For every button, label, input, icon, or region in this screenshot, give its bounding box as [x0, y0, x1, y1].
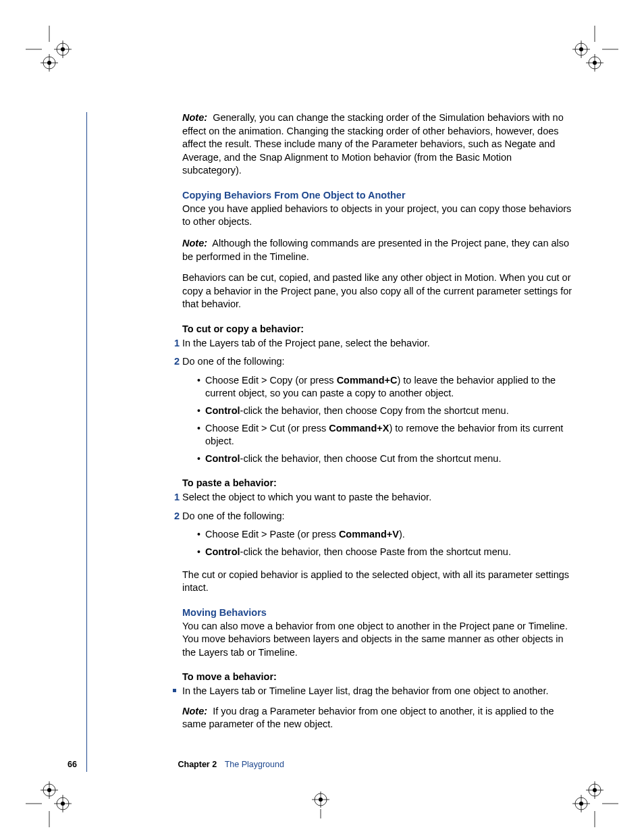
note-label-3: Note: [182, 706, 207, 716]
task1-step2: 2 Do one of the following: Choose Edit >… [182, 355, 574, 465]
task2-bullets: Choose Edit > Paste (or press Command+V)… [197, 528, 574, 558]
step-number-1b: 1 [170, 491, 180, 504]
task2-list: 1 Select the object to which you want to… [182, 491, 574, 558]
crop-mark-tl [26, 26, 73, 73]
section1-intro: Once you have applied behaviors to objec… [182, 203, 574, 229]
task1-heading: To cut or copy a behavior: [182, 323, 574, 334]
task2-bullet-1: Choose Edit > Paste (or press Command+V)… [197, 528, 574, 542]
note-label-2: Note: [182, 238, 207, 249]
section1-para2: Behaviors can be cut, copied, and pasted… [182, 271, 574, 311]
task2-bullet-2: Control-click the behavior, then choose … [197, 546, 574, 559]
task3-note-text: If you drag a Parameter behavior from on… [182, 706, 554, 730]
task2-step1: 1 Select the object to which you want to… [182, 491, 574, 504]
section2-intro: You can also move a behavior from one ob… [182, 620, 574, 660]
page-root: Note: Generally, you can change the stac… [0, 0, 644, 834]
task1-step1-text: In the Layers tab of the Project pane, s… [182, 338, 430, 348]
footer: 66 Chapter 2 The Playground [68, 760, 574, 769]
task3-step-text: In the Layers tab or Timeline Layer list… [182, 685, 548, 696]
margin-rule [86, 112, 87, 772]
task1-bullet-1: Choose Edit > Copy (or press Command+C) … [197, 374, 574, 400]
heading-copying: Copying Behaviors From One Object to Ano… [182, 190, 574, 201]
task1-bullet-4: Control-click the behavior, then choose … [197, 452, 574, 466]
page-number: 66 [68, 760, 176, 769]
task1-bullet-2: Control-click the behavior, then choose … [197, 405, 574, 418]
crop-mark-bl [26, 780, 73, 827]
heading-moving: Moving Behaviors [182, 607, 574, 618]
step-number-1: 1 [170, 337, 180, 350]
task2-step1-text: Select the object to which you want to p… [182, 492, 431, 502]
task3-note: Note: If you drag a Parameter behavior f… [182, 705, 574, 731]
task3-step: In the Layers tab or Timeline Layer list… [182, 685, 574, 731]
task1-list: 1 In the Layers tab of the Project pane,… [182, 337, 574, 466]
task1-step2-text: Do one of the following: [182, 356, 285, 367]
crop-mark-bottom-center [304, 791, 338, 818]
section1-closing: The cut or copied behavior is applied to… [182, 569, 574, 595]
task2-step2: 2 Do one of the following: Choose Edit >… [182, 510, 574, 559]
section1-note: Note: Although the following commands ar… [182, 237, 574, 263]
crop-mark-br [571, 780, 618, 827]
task1-bullet-3: Choose Edit > Cut (or press Command+X) t… [197, 422, 574, 448]
task2-step2-text: Do one of the following: [182, 511, 285, 521]
section1-note-text: Although the following commands are pres… [182, 238, 569, 262]
task1-step1: 1 In the Layers tab of the Project pane,… [182, 337, 574, 350]
note-label: Note: [182, 112, 207, 123]
task1-bullets: Choose Edit > Copy (or press Command+C) … [197, 374, 574, 465]
chapter-title: The Playground [225, 760, 284, 769]
crop-mark-tr [571, 26, 618, 73]
task3-heading: To move a behavior: [182, 671, 574, 682]
task2-heading: To paste a behavior: [182, 477, 574, 488]
note-top: Note: Generally, you can change the stac… [182, 111, 574, 178]
task3-list: In the Layers tab or Timeline Layer list… [182, 685, 574, 731]
note-top-text: Generally, you can change the stacking o… [182, 112, 564, 176]
step-number-2b: 2 [170, 510, 180, 523]
chapter-label: Chapter 2 [178, 760, 217, 769]
step-number-2: 2 [170, 355, 180, 369]
body-text: Note: Generally, you can change the stac… [182, 111, 574, 737]
